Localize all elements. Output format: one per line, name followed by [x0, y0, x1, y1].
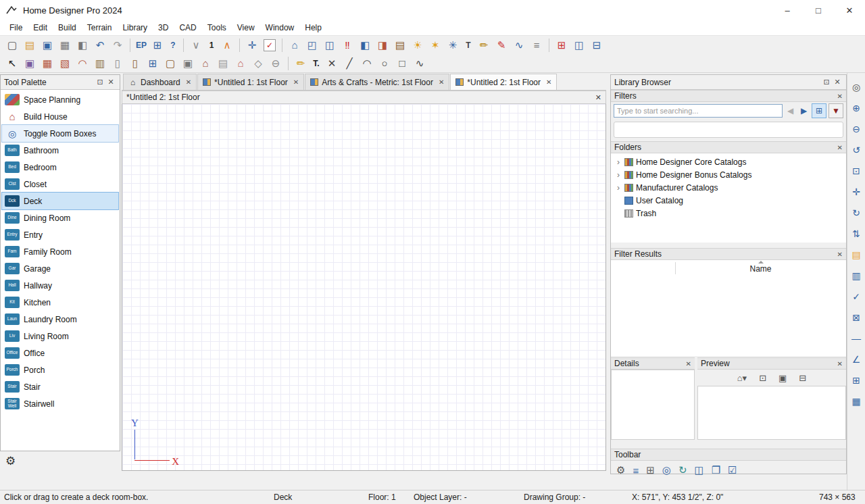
- doll-house-view-icon[interactable]: ◫: [322, 37, 338, 53]
- sun-angle-icon[interactable]: ☀: [410, 37, 426, 53]
- folder-trash[interactable]: Trash: [611, 207, 846, 220]
- select-objects-icon[interactable]: ↖: [4, 55, 20, 72]
- palette-item-entry[interactable]: Entry Entry: [2, 226, 118, 243]
- palette-item-dining-room[interactable]: Dine Dining Room: [2, 209, 118, 226]
- palette-item-closet[interactable]: Clst Closet: [2, 176, 118, 193]
- print-icon[interactable]: ▦: [57, 37, 73, 53]
- ceiling-plane-icon[interactable]: ◇: [250, 55, 266, 72]
- zoom-icon[interactable]: ◎: [849, 80, 864, 95]
- tab-dashboard[interactable]: Dashboard ✕: [123, 74, 197, 90]
- library-settings-gear-icon[interactable]: ⚙: [616, 464, 625, 476]
- plan-check-icon[interactable]: ✓: [849, 289, 864, 304]
- library-object-icon[interactable]: ▣: [22, 55, 38, 72]
- text-tool-icon[interactable]: T: [462, 37, 474, 53]
- folder-home-designer-core-catalogs[interactable]: › Home Designer Core Catalogs: [611, 155, 846, 168]
- document-close-icon[interactable]: ✕: [595, 93, 601, 102]
- float-panel-icon[interactable]: ⊡: [95, 78, 105, 86]
- undo-icon[interactable]: ↶: [92, 37, 108, 53]
- palette-item-family-room[interactable]: Fam Family Room: [2, 243, 118, 260]
- auto-filter-check-icon[interactable]: ☑: [728, 464, 737, 476]
- print-preview-icon[interactable]: ◧: [74, 37, 91, 53]
- folder-manufacturer-catalogs[interactable]: › Manufacturer Catalogs: [611, 181, 846, 194]
- angle-snaps-icon[interactable]: ∠: [849, 352, 864, 367]
- tab-close-icon[interactable]: ✕: [293, 78, 299, 86]
- curve-tool-icon[interactable]: ∿: [511, 37, 527, 53]
- menu-library[interactable]: Library: [117, 22, 153, 34]
- palette-item-kitchen[interactable]: Kit Kitchen: [2, 294, 118, 311]
- adjust-lights-icon[interactable]: ✳: [445, 37, 461, 53]
- filter-button[interactable]: ▼: [829, 103, 843, 118]
- roof-tool-icon[interactable]: ⌂: [232, 55, 249, 72]
- palette-item-stairwell[interactable]: Stair Well Stairwell: [2, 395, 118, 412]
- menu-window[interactable]: Window: [260, 22, 300, 34]
- tab-arts-crafts-metric[interactable]: Arts & Crafts - Metric: 1st Floor ✕: [305, 74, 449, 90]
- edit-area-icon[interactable]: ⊠: [849, 310, 864, 325]
- expander-icon[interactable]: ›: [615, 170, 622, 180]
- wall-elevation-icon[interactable]: ◨: [374, 37, 391, 53]
- palette-item-build-house[interactable]: ⌂ Build House: [2, 108, 118, 125]
- framing-overview-icon[interactable]: ▤: [392, 37, 408, 53]
- close-button[interactable]: ✕: [834, 0, 865, 20]
- auto-check-plan-icon[interactable]: ✓: [264, 39, 276, 51]
- search-forward-icon[interactable]: ▶: [798, 103, 810, 118]
- floor-down-icon[interactable]: ∨: [188, 37, 204, 53]
- folder-user-catalog[interactable]: User Catalog: [611, 194, 846, 207]
- object-snaps-icon[interactable]: ⊞: [849, 373, 864, 388]
- search-back-icon[interactable]: ◀: [785, 103, 796, 118]
- column-icon[interactable]: ▯: [109, 55, 126, 72]
- undo-zoom-icon[interactable]: ↺: [849, 143, 864, 157]
- scrollbars-icon[interactable]: ⇅: [849, 226, 864, 241]
- toolbars-config-icon[interactable]: ⊞: [553, 37, 570, 53]
- preferences-gear-icon[interactable]: ⚙: [5, 454, 16, 468]
- tab-close-icon[interactable]: ✕: [546, 78, 551, 86]
- edit-preferences-icon[interactable]: EP: [134, 37, 148, 53]
- tab-close-icon[interactable]: ✕: [439, 78, 444, 86]
- palette-item-bathroom[interactable]: Bath Bathroom: [2, 142, 118, 159]
- layers-icon[interactable]: ≡: [528, 37, 545, 53]
- zoom-in-icon[interactable]: ⊕: [849, 101, 864, 116]
- palette-item-stair[interactable]: Stair Stair: [2, 378, 118, 395]
- door-tool-icon[interactable]: ▯: [127, 55, 143, 72]
- close-panel-icon[interactable]: ✕: [105, 78, 116, 86]
- close-section-icon[interactable]: ✕: [837, 93, 843, 100]
- update-catalogs-icon[interactable]: ↻: [678, 464, 687, 476]
- new-plan-icon[interactable]: ▢: [4, 37, 20, 53]
- preview-section-icon[interactable]: ⊟: [799, 373, 806, 383]
- tab-close-icon[interactable]: ✕: [186, 78, 191, 86]
- fixtures-icon[interactable]: ▣: [180, 55, 196, 72]
- curved-wall-icon[interactable]: ◠: [74, 55, 91, 72]
- draw-spline-icon[interactable]: ∿: [412, 55, 428, 72]
- menu-edit[interactable]: Edit: [28, 22, 53, 34]
- library-search-input[interactable]: [614, 104, 783, 118]
- dimension-tool-icon[interactable]: ✏: [293, 55, 309, 72]
- preview-fill-window-icon[interactable]: ⊡: [759, 373, 766, 383]
- input-line-icon[interactable]: ✏: [476, 37, 492, 53]
- draw-arc-icon[interactable]: ◠: [359, 55, 375, 72]
- fill-window-icon[interactable]: ⊡: [849, 163, 864, 178]
- minimize-button[interactable]: –: [772, 0, 803, 20]
- floor-up-icon[interactable]: ∧: [219, 37, 235, 53]
- fireplace-icon[interactable]: ⌂: [197, 55, 214, 72]
- pan-window-icon[interactable]: ✛: [849, 184, 864, 199]
- draw-box-icon[interactable]: □: [394, 55, 410, 72]
- draw-line-icon[interactable]: ╱: [341, 55, 357, 72]
- menu-file[interactable]: File: [4, 22, 28, 34]
- open-plan-icon[interactable]: ▤: [22, 37, 38, 53]
- palette-item-hallway[interactable]: Hall Hallway: [2, 277, 118, 294]
- draw-circle-icon[interactable]: ○: [376, 55, 393, 72]
- library-search-icon[interactable]: ◎: [662, 464, 671, 476]
- folder-home-designer-bonus-catalogs[interactable]: › Home Designer Bonus Catalogs: [611, 168, 846, 181]
- palette-item-office[interactable]: Office Office: [2, 345, 118, 361]
- cross-section-icon[interactable]: ◧: [357, 37, 373, 53]
- filter-results-list[interactable]: Name: [611, 260, 846, 356]
- palette-item-bedroom[interactable]: Bed Bedroom: [2, 159, 118, 176]
- tape-measure-icon[interactable]: ―: [849, 331, 864, 346]
- tab-untitled-1[interactable]: *Untitled 1: 1st Floor ✕: [197, 74, 304, 90]
- search-mode-button[interactable]: ⊞: [812, 103, 826, 118]
- edit-drawing-icon[interactable]: ✎: [493, 37, 510, 53]
- active-defaults-icon[interactable]: ⊞: [149, 37, 166, 53]
- close-section-icon[interactable]: ✕: [686, 360, 691, 368]
- menu-tools[interactable]: Tools: [202, 22, 232, 34]
- preview-export-icon[interactable]: ▣: [778, 373, 787, 383]
- railing-icon[interactable]: ▥: [92, 55, 108, 72]
